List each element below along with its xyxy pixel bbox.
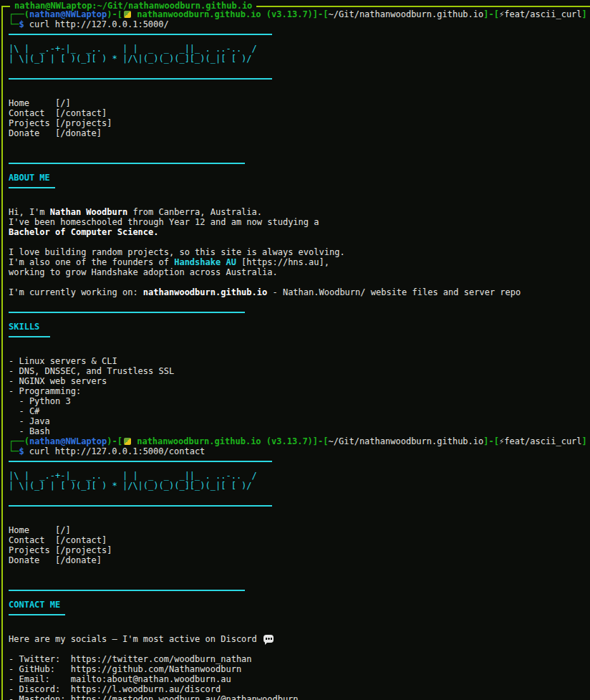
python-venv-icon (124, 438, 131, 445)
section-title-about: ABOUT ME (9, 173, 590, 183)
skill-item: - NGINX web servers (9, 376, 590, 386)
command-text: curl http://127.0.0.1:5000/contact (29, 446, 205, 456)
ascii-art-line: |\ | _.-+-|_ _.. | | _ _ _||_ . ..-.. / (9, 471, 590, 481)
nav-item-contact: Contact[/contact] (9, 535, 590, 545)
skill-item: - C# (9, 406, 590, 416)
skill-item: - Java (9, 416, 590, 426)
nav-item-donate: Donate[/donate] (9, 555, 590, 565)
venv-name: nathanwoodburn.github.io (v3.13.7) (132, 9, 313, 19)
command-text: curl http://127.0.0.1:5000/ (29, 19, 169, 29)
about-paragraph: I'm also one of the founders of Handshak… (9, 257, 590, 267)
about-paragraph: I love building random projects, so this… (9, 247, 590, 257)
divider (9, 34, 590, 44)
prompt-symbol: $ (19, 446, 24, 456)
cwd-path: ~/Git/nathanwoodburn.github.io (329, 436, 484, 446)
social-item-mastodon: - Mastodon:https://mastodon.woodburn.au/… (9, 694, 590, 700)
social-item-twitter: - Twitter:https://twitter.com/woodburn_n… (9, 654, 590, 664)
terminal-content: ┌──(nathan@NWLaptop)-[ nathanwoodburn.gi… (0, 0, 590, 700)
skill-item: - DNS, DNSSEC, and Trustless SSL (9, 366, 590, 376)
divider (9, 505, 590, 515)
divider (9, 78, 590, 88)
python-venv-icon (124, 11, 131, 18)
social-url[interactable]: https://mastodon.woodburn.au/@nathanwood… (71, 694, 299, 700)
skill-item: - Bash (9, 426, 590, 436)
name-highlight: Nathan Woodburn (50, 207, 127, 217)
section-title-underline (9, 614, 590, 624)
divider (9, 590, 590, 600)
section-title-underline (9, 187, 590, 197)
nav-item-donate: Donate[/donate] (9, 128, 590, 138)
terminal-window: nathan@NWLaptop:~/Git/nathanwoodburn.git… (0, 0, 590, 700)
social-url[interactable]: https://twitter.com/woodburn_nathan (71, 654, 252, 664)
cwd-path: ~/Git/nathanwoodburn.github.io (329, 9, 484, 19)
social-url[interactable]: https://l.woodburn.au/discord (71, 684, 221, 694)
about-paragraph: I've been homeschooled through Year 12 a… (9, 217, 590, 227)
window-title: nathan@NWLaptop:~/Git/nathanwoodburn.git… (10, 1, 256, 11)
repo-highlight: nathanwoodburn.github.io (143, 287, 267, 297)
about-paragraph: working to grow Handshake adoption acros… (9, 267, 590, 277)
venv-name: nathanwoodburn.github.io (v3.13.7) (132, 436, 313, 446)
git-branch: feat/ascii_curl (504, 436, 581, 446)
command-line: └─$curl http://127.0.0.1:5000/contact (9, 446, 590, 456)
user-host: nathan@NWLaptop (29, 9, 107, 19)
command-line: └─$curl http://127.0.0.1:5000/ (9, 19, 590, 29)
ascii-art-line: | \|(_] | [ )(_][ ) * |/\|(_)(_)(_][_)(_… (9, 481, 590, 491)
prompt-line: ┌──(nathan@NWLaptop)-[ nathanwoodburn.gi… (9, 9, 590, 19)
social-item-github: - GitHub:https://github.com/Nathanwoodbu… (9, 664, 590, 674)
divider (9, 461, 590, 471)
divider (9, 163, 590, 173)
speech-bubble-icon (263, 635, 274, 643)
section-title-underline (9, 336, 590, 346)
user-host: nathan@NWLaptop (29, 436, 107, 446)
social-item-discord: - Discord:https://l.woodburn.au/discord (9, 684, 590, 694)
git-branch: feat/ascii_curl (504, 9, 581, 19)
skill-item: - Linux servers & CLI (9, 356, 590, 366)
nav-item-projects: Projects[/projects] (9, 118, 590, 128)
nav-item-projects: Projects[/projects] (9, 545, 590, 555)
prompt-symbol: $ (19, 19, 24, 29)
nav-item-contact: Contact[/contact] (9, 108, 590, 118)
ascii-art-line: | \|(_] | [ )(_][ ) * |/\|(_)(_)(_][_)(_… (9, 54, 590, 64)
contact-intro: Here are my socials — I'm most active on… (9, 634, 590, 644)
section-title-skills: SKILLS (9, 322, 590, 332)
about-paragraph: Hi, I'm Nathan Woodburn from Canberra, A… (9, 207, 590, 217)
skill-item: - Python 3 (9, 396, 590, 406)
nav-item-home: Home[/] (9, 98, 590, 108)
nav-item-home: Home[/] (9, 525, 590, 535)
divider (9, 312, 590, 322)
ascii-art-line: |\ | _.-+-|_ _.. | | _ _ _||_ . ..-.. / (9, 44, 590, 54)
about-paragraph: Bachelor of Computer Science. (9, 227, 590, 237)
skill-item: - Programming: (9, 386, 590, 396)
social-url[interactable]: mailto:about@nathan.woodburn.au (71, 674, 231, 684)
section-title-contact: CONTACT ME (9, 600, 590, 610)
social-item-email: - Email:mailto:about@nathan.woodburn.au (9, 674, 590, 684)
prompt-line: ┌──(nathan@NWLaptop)-[ nathanwoodburn.gi… (9, 436, 590, 446)
about-paragraph: I'm currently working on: nathanwoodburn… (9, 287, 590, 297)
social-url[interactable]: https://github.com/Nathanwoodburn (71, 664, 241, 674)
handshake-au-link[interactable]: Handshake AU (174, 257, 236, 267)
